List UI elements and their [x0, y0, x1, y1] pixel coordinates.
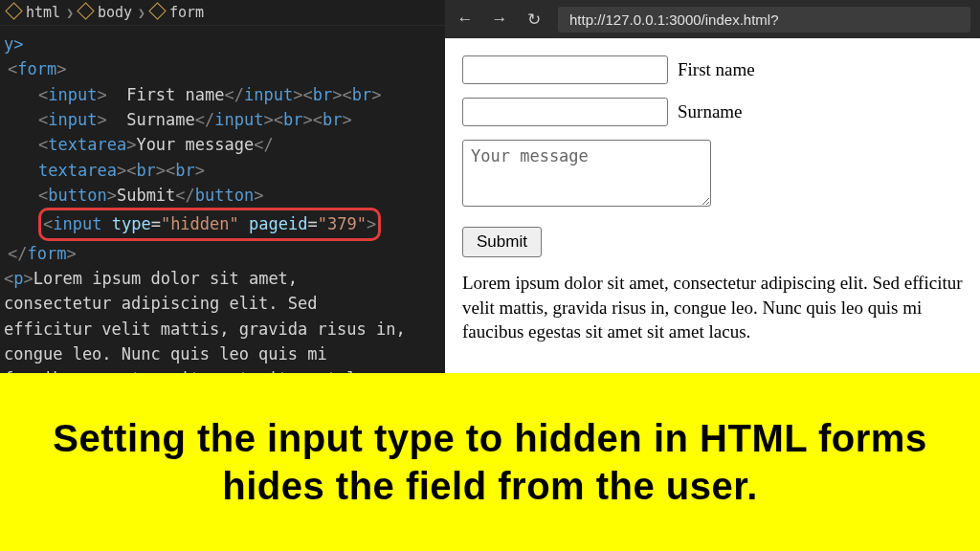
surname-input[interactable]: [462, 98, 668, 126]
message-textarea[interactable]: [462, 140, 711, 207]
top-split: html ❯ body ❯ form y> <form> <input> Fir…: [0, 0, 980, 373]
form-row-surname: Surname: [462, 98, 963, 126]
cube-icon: [151, 4, 166, 21]
lorem-paragraph: Lorem ipsum dolor sit amet, consectetur …: [462, 271, 963, 344]
caption-banner: Setting the input type to hidden in HTML…: [0, 373, 980, 551]
cube-icon: [8, 4, 22, 21]
breadcrumb-item-form[interactable]: form: [151, 4, 204, 21]
forward-icon[interactable]: →: [489, 10, 510, 29]
breadcrumb: html ❯ body ❯ form: [0, 0, 445, 26]
highlighted-line: <input type="hidden" pageid="379">: [4, 208, 441, 240]
code-editor-pane: html ❯ body ❯ form y> <form> <input> Fir…: [0, 0, 445, 373]
code-fragment: y>: [4, 34, 23, 54]
chevron-right-icon: ❯: [66, 6, 74, 20]
browser-pane: ← → ↻ http://127.0.0.1:3000/index.html? …: [445, 0, 980, 373]
breadcrumb-item-html[interactable]: html: [8, 4, 60, 21]
caption-text: Setting the input type to hidden in HTML…: [38, 414, 942, 510]
address-bar[interactable]: http://127.0.0.1:3000/index.html?: [558, 7, 970, 33]
firstname-label: First name: [678, 59, 755, 80]
code-area[interactable]: y> <form> <input> First name</input><br>…: [0, 26, 445, 373]
breadcrumb-item-body[interactable]: body: [79, 4, 132, 21]
chevron-right-icon: ❯: [138, 6, 145, 20]
form-row-firstname: First name: [462, 55, 963, 84]
firstname-input[interactable]: [462, 55, 668, 84]
back-icon[interactable]: ←: [455, 10, 476, 29]
cube-icon: [79, 4, 94, 21]
refresh-icon[interactable]: ↻: [523, 10, 545, 30]
browser-titlebar: ← → ↻ http://127.0.0.1:3000/index.html?: [445, 0, 980, 38]
submit-button[interactable]: Submit: [462, 227, 542, 257]
surname-label: Surname: [678, 101, 743, 122]
rendered-page: First name Surname Submit Lorem ipsum do…: [445, 38, 980, 362]
